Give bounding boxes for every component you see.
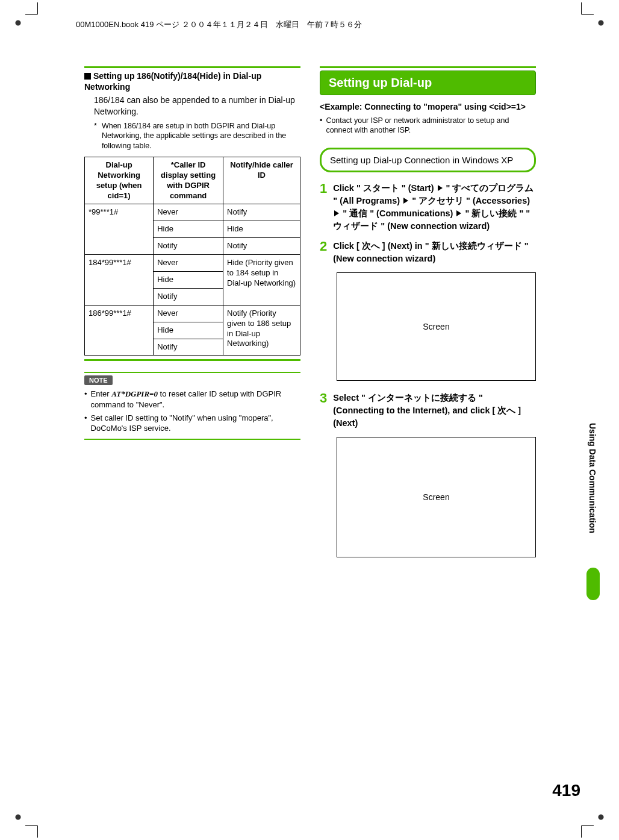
table-cell: Notify <box>154 288 223 305</box>
arrow-right-icon <box>438 185 443 191</box>
registration-mark-icon <box>11 810 25 824</box>
note-text: Set caller ID setting to "Notify" when u… <box>91 413 300 434</box>
arrow-right-icon <box>334 210 339 216</box>
table-cell: Notify <box>223 238 300 255</box>
list-item: • Set caller ID setting to "Notify" when… <box>84 413 300 434</box>
step-number: 3 <box>320 392 327 430</box>
asterisk-icon: * <box>94 121 97 151</box>
table-cell: Hide <box>154 272 223 289</box>
placeholder-label: Screen <box>423 322 449 331</box>
table-cell: Hide <box>154 221 223 238</box>
screenshot-placeholder: Screen <box>337 437 536 557</box>
table-cell: Never <box>154 255 223 272</box>
side-tab-marker <box>586 568 600 600</box>
step-text: Select " インターネットに接続する " (Connecting to t… <box>333 392 536 430</box>
step-1: 1 Click " スタート " (Start) " すべてのプログラム " (… <box>320 182 536 233</box>
table-header: Dial-up Networking setup (when cid=1) <box>85 157 154 204</box>
table-cell: 184*99***1# <box>85 255 154 306</box>
table-footnote: * When 186/184 are setup in both DGPIR a… <box>94 121 300 151</box>
crop-mark-icon <box>37 2 55 20</box>
rule-green <box>84 359 300 361</box>
crop-mark-icon <box>564 820 582 838</box>
table-cell: Notify <box>154 339 223 356</box>
placeholder-label: Screen <box>423 492 449 502</box>
bullet-icon: • <box>84 389 87 410</box>
settings-table: Dial-up Networking setup (when cid=1) *C… <box>84 157 300 356</box>
registration-mark-icon <box>11 16 25 30</box>
rule-green <box>320 66 536 68</box>
bullet-icon: • <box>320 116 322 136</box>
step-3: 3 Select " インターネットに接続する " (Connecting to… <box>320 392 536 430</box>
arrow-right-icon <box>403 198 408 204</box>
table-cell: Hide (Priority given to 184 setup in Dia… <box>223 255 300 306</box>
bullet-icon: • <box>84 413 87 434</box>
example-bullet: • Contact your ISP or network administra… <box>320 116 536 136</box>
footnote-text: When 186/184 are setup in both DGPIR and… <box>102 121 300 151</box>
rule-green <box>84 372 300 373</box>
left-column: Setting up 186(Notify)/184(Hide) in Dial… <box>84 66 300 568</box>
example-bullet-text: Contact your ISP or network administrato… <box>326 116 536 136</box>
registration-mark-icon <box>594 16 608 30</box>
table-cell: Hide <box>223 221 300 238</box>
table-cell: *99***1# <box>85 204 154 255</box>
table-cell: Notify <box>154 238 223 255</box>
note-text: Enter AT*DGPIR=0 to reset caller ID setu… <box>91 389 300 410</box>
list-item: • Enter AT*DGPIR=0 to reset caller ID se… <box>84 389 300 410</box>
table-cell: 186*99***1# <box>85 305 154 356</box>
page-number: 419 <box>552 781 580 800</box>
table-cell: Never <box>154 305 223 322</box>
section-heading: Setting up Dial-up <box>320 71 536 95</box>
subsection-box: Setting up Dial-up Connection in Windows… <box>320 148 536 173</box>
step-number: 2 <box>320 240 327 265</box>
table-cell: Never <box>154 204 223 221</box>
rule-green <box>84 66 300 68</box>
registration-mark-icon <box>594 810 608 824</box>
table-cell: Notify <box>223 204 300 221</box>
arrow-right-icon <box>456 210 461 216</box>
screenshot-placeholder: Screen <box>337 272 536 381</box>
print-meta-line: 00M1000EN.book 419 ページ ２００４年１１月２４日 水曜日 午… <box>76 19 362 30</box>
side-tab-label: Using Data Communication <box>588 423 597 533</box>
table-header: Notify/hide caller ID <box>223 157 300 204</box>
table-cell: Hide <box>154 322 223 339</box>
crop-mark-icon <box>564 2 582 20</box>
sub-body: 186/184 can also be appended to a number… <box>94 95 300 118</box>
step-number: 1 <box>320 182 327 233</box>
table-header: *Caller ID display setting with DGPIR co… <box>154 157 223 204</box>
command-text: AT*DGPIR=0 <box>111 389 158 398</box>
table-cell: Notify (Priority given to 186 setup in D… <box>223 305 300 356</box>
note-body: • Enter AT*DGPIR=0 to reset caller ID se… <box>84 389 300 433</box>
example-title: <Example: Connecting to "mopera" using <… <box>320 101 536 112</box>
crop-mark-icon <box>37 820 55 838</box>
note-label: NOTE <box>84 375 113 385</box>
sub-heading-text: Setting up 186(Notify)/184(Hide) in Dial… <box>84 71 261 92</box>
step-text: Click " スタート " (Start) " すべてのプログラム " (Al… <box>333 182 536 233</box>
step-2: 2 Click [ 次へ ] (Next) in " 新しい接続ウィザード " … <box>320 240 536 265</box>
right-column: Setting up Dial-up <Example: Connecting … <box>320 66 536 568</box>
square-bullet-icon <box>84 73 91 80</box>
sub-heading: Setting up 186(Notify)/184(Hide) in Dial… <box>84 71 300 92</box>
step-text: Click [ 次へ ] (Next) in " 新しい接続ウィザード " (N… <box>333 240 536 265</box>
rule-green <box>84 439 300 440</box>
